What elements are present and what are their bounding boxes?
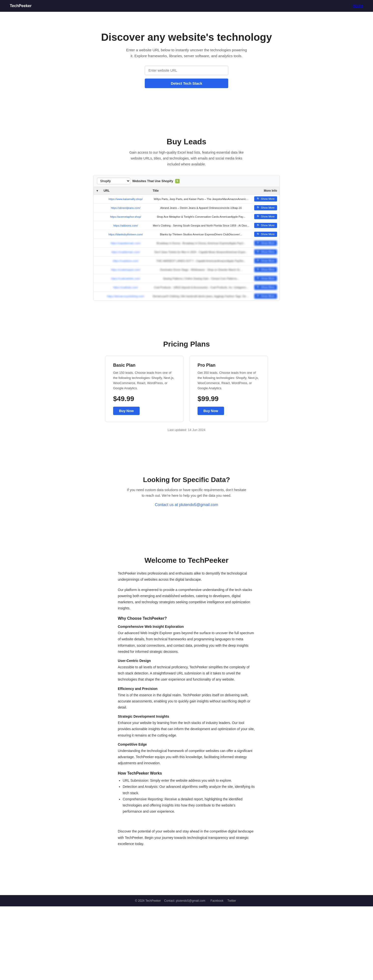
row-url: https://aldixons.com/ <box>101 221 150 230</box>
show-more-button[interactable]: 🔍 Show More <box>254 294 277 299</box>
footer-link[interactable]: Twitter <box>227 899 236 902</box>
leads-table: ▼ URL Title More Info https://www.kaiser… <box>94 187 279 301</box>
row-index <box>94 221 101 230</box>
row-title: Men's Clothing - Serving South Georgia a… <box>150 221 252 230</box>
show-more-button[interactable]: 🔍 Show More <box>254 232 277 237</box>
table-row: https://aldixons.com/Men's Clothing - Se… <box>94 221 279 230</box>
footer: © 2024 TechPeeker Contact: plutendo5@gma… <box>0 895 373 906</box>
feature-title: Strategic Development Insights <box>118 714 255 718</box>
row-index <box>94 274 101 283</box>
row-more-info[interactable]: 🔍 Show More <box>252 195 279 204</box>
footer-links: FacebookTwitter <box>209 899 238 902</box>
row-more-info[interactable]: 🔍 Show More <box>252 239 279 248</box>
features-container: Comprehensive Web Insight ExplorationOur… <box>118 625 255 766</box>
buy-now-button[interactable]: Buy Now <box>198 407 224 415</box>
row-title: Don't Save Tickets for Men in 2024 - Cap… <box>150 248 252 256</box>
show-more-button[interactable]: 🔍 Show More <box>254 214 277 219</box>
show-more-button[interactable]: 🔍 Show More <box>254 249 277 255</box>
row-more-info[interactable]: 🔍 Show More <box>252 283 279 292</box>
feature-desc: Enhance your website by learning from th… <box>118 720 255 738</box>
row-more-info[interactable]: 🔍 Show More <box>252 292 279 301</box>
table-row: https://coalshopper.com/Dominator Drone … <box>94 265 279 274</box>
show-more-button[interactable]: 🔍 Show More <box>254 276 277 281</box>
row-title: Coal Products - 19810 deposit & Accessor… <box>150 283 252 292</box>
row-more-info[interactable]: 🔍 Show More <box>252 274 279 283</box>
buy-leads-section: Buy Leads Gain access to our high-qualit… <box>0 118 373 325</box>
hero-description: Enter a website URL below to instantly u… <box>125 47 248 59</box>
hero-title: Discover any website's technology <box>5 32 368 43</box>
shopify-icon: S <box>175 179 179 183</box>
step-item: URL Submission: Simply enter the website… <box>123 778 255 784</box>
row-title: Blanks by Thirteen Studios American Expr… <box>150 230 252 239</box>
row-more-info[interactable]: 🔍 Show More <box>252 221 279 230</box>
feature-title: User-Centric Design <box>118 659 255 663</box>
detect-button[interactable]: Detect Tech Stack <box>145 78 228 88</box>
row-title: Willys Parts, Jeep Parts, and Kaiser Par… <box>150 195 252 204</box>
leads-table-container: ShopifyNext.jsWooCommerceReactWordPressG… <box>93 175 280 301</box>
show-more-button[interactable]: 🔍 Show More <box>254 267 277 272</box>
row-title: Shop Ace Metaphor & Tonight's Conversati… <box>150 212 252 221</box>
row-more-info[interactable]: 🔍 Show More <box>252 248 279 256</box>
row-index <box>94 256 101 265</box>
show-more-button[interactable]: 🔍 Show More <box>254 196 277 202</box>
row-url: https://coalshopper.com/ <box>101 265 150 274</box>
last-updated: Last updated: 14 Jun 2024 <box>5 428 368 432</box>
tech-select[interactable]: ShopifyNext.jsWooCommerceReactWordPressG… <box>97 178 130 184</box>
buy-now-button[interactable]: Buy Now <box>113 407 140 415</box>
table-head: ▼ URL Title More Info <box>94 187 279 195</box>
row-index <box>94 248 101 256</box>
table-title-label: Websites That Use Shopify <box>132 179 173 183</box>
row-more-info[interactable]: 🔍 Show More <box>252 204 279 212</box>
table-row: https://coaldomain.com/Don't Save Ticket… <box>94 248 279 256</box>
footer-copyright: © 2024 TechPeeker <box>135 899 161 902</box>
url-input[interactable] <box>145 66 228 75</box>
plan-price: $49.99 <box>113 395 175 403</box>
row-index <box>94 212 101 221</box>
buy-leads-description: Gain access to our high-quality Excel le… <box>125 150 248 167</box>
pricing-card: Pro PlanGet 350 leads. Choose leads from… <box>189 356 268 422</box>
row-title: Sewing Patterns | Online Sewing Gain - C… <box>150 274 252 283</box>
nav-link[interactable]: Home <box>352 4 363 8</box>
table-row: https://demarcusyclothing.com/Demarcuse®… <box>94 292 279 301</box>
col-title: Title <box>150 187 252 195</box>
feature-desc: Time is of the essence in the digital re… <box>118 692 255 711</box>
contact-link[interactable]: Contact us at plutendo5@gmail.com <box>155 503 218 507</box>
row-more-info[interactable]: 🔍 Show More <box>252 256 279 265</box>
contact-description: If you need custom data solutions or hav… <box>125 487 248 499</box>
row-index <box>94 292 101 301</box>
table-row: https://blanksbythirteen.com/Blanks by T… <box>94 230 279 239</box>
about-title: Welcome to TechPeeker <box>118 556 255 565</box>
feature-desc: Understanding the technological framewor… <box>118 748 255 767</box>
about-intro1: TechPeeker invites professionals and ent… <box>118 570 255 583</box>
row-url: https://coalhats.com/ <box>101 283 150 292</box>
table-row: https://acemetaphor.shop/Shop Ace Metaph… <box>94 212 279 221</box>
row-more-info[interactable]: 🔍 Show More <box>252 230 279 239</box>
row-title: Abrand Jeans – Denim Jeans & Apparel Onl… <box>150 204 252 212</box>
show-more-button[interactable]: 🔍 Show More <box>254 285 277 290</box>
row-url: https://capaldomain.com/ <box>101 239 150 248</box>
show-more-button[interactable]: 🔍 Show More <box>254 258 277 263</box>
url-input-wrap <box>5 66 368 75</box>
step-item: Detection and Analysis: Our advanced alg… <box>123 784 255 796</box>
nav-brand[interactable]: TechPeeker <box>10 4 32 8</box>
feature-desc: Our advanced Web Insight Explorer goes b… <box>118 630 255 655</box>
pricing-cards: Basic PlanGet 150 leads. Choose leads fr… <box>93 356 280 422</box>
buy-leads-title: Buy Leads <box>5 137 368 146</box>
col-url: URL <box>101 187 150 195</box>
step-item: Comprehensive Reporting: Receive a detai… <box>123 796 255 815</box>
row-index <box>94 283 101 292</box>
row-more-info[interactable]: 🔍 Show More <box>252 212 279 221</box>
row-more-info[interactable]: 🔍 Show More <box>252 265 279 274</box>
footer-link[interactable]: Facebook <box>211 899 224 902</box>
table-row: https://coalhats.com/Coal Products - 198… <box>94 283 279 292</box>
row-index <box>94 230 101 239</box>
show-more-button[interactable]: 🔍 Show More <box>254 205 277 210</box>
feature-title: Comprehensive Web Insight Exploration <box>118 625 255 628</box>
row-title: Demarcuse® Clothing | We handcraft denim… <box>150 292 252 301</box>
show-more-button[interactable]: 🔍 Show More <box>254 240 277 246</box>
row-url: https://blanksbythirteen.com/ <box>101 230 150 239</box>
pricing-card: Basic PlanGet 150 leads. Choose leads fr… <box>105 356 184 422</box>
table-row: https://capaldomain.com/Broadway in Donn… <box>94 239 279 248</box>
plan-name: Pro Plan <box>198 363 260 368</box>
show-more-button[interactable]: 🔍 Show More <box>254 223 277 228</box>
